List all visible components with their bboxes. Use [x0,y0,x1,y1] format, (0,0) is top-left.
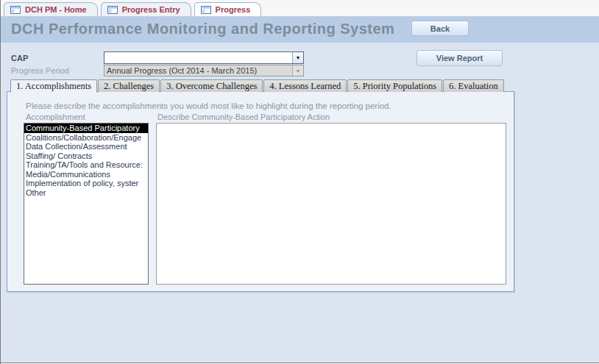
list-item[interactable]: Data Collection/Assessment [24,142,148,151]
application-window: DCH PM - Home Progress Entry Pro [0,0,599,364]
form-icon [107,6,118,14]
list-item[interactable]: Training/TA/Tools and Resource: [24,160,148,170]
view-report-button[interactable]: View Report [417,50,503,66]
form-icon [201,6,211,14]
list-item[interactable]: Community-Based Participatory [24,124,148,133]
list-item[interactable]: Other [24,188,148,198]
dropdown-arrow-icon[interactable]: ▼ [292,52,303,63]
nav-tab-label: Progress Entry [122,5,180,14]
panel-instruction: Please describe the accomplishments you … [26,101,391,110]
list-item[interactable]: Staffing/ Contracts [24,151,148,161]
nav-tab-progress-entry[interactable]: Progress Entry [101,2,191,16]
tab-priority-populations[interactable]: 5. Priority Populations [347,79,442,92]
progress-period-label: Progress Period [11,66,69,75]
nav-tab-label: Progress [216,5,251,14]
tab-challenges[interactable]: 2. Challenges [98,79,160,92]
form-icon [10,6,21,14]
section-tabstrip: 1. Accomplishments 2. Challenges 3. Over… [10,79,505,92]
list-item[interactable]: Media/Communications [24,170,148,179]
accomplishment-list-label: Accomplishment [26,113,85,121]
page-title: DCH Performance Monitoring and Reporting… [11,21,394,38]
tab-accomplishments[interactable]: 1. Accomplishments [10,79,97,93]
describe-textarea[interactable] [156,123,506,285]
document-tab-bar: DCH PM - Home Progress Entry Pro [1,0,599,16]
header-band: DCH Performance Monitoring and Reporting… [1,16,599,43]
progress-period-value: Annual Progress (Oct 2014 - March 2015) [104,65,292,76]
document-tabs: DCH PM - Home Progress Entry Pro [4,2,264,16]
nav-tab-label: DCH PM - Home [25,5,87,14]
cap-combobox[interactable]: ▼ [104,51,304,64]
progress-period-combobox: Annual Progress (Oct 2014 - March 2015) … [104,65,304,76]
accomplishment-listbox[interactable]: Community-Based Participatory Coalitions… [24,123,149,285]
list-item[interactable]: Implementation of policy, syster [24,179,148,188]
accomplishments-panel: Please describe the accomplishments you … [7,91,514,292]
describe-label: Describe Community-Based Participatory A… [157,113,330,121]
tab-evaluation[interactable]: 6. Evaluation [443,79,504,92]
cap-label: CAP [11,54,28,63]
back-button[interactable]: Back [411,21,469,36]
list-item[interactable]: Coalitions/Collaboration/Engage [24,133,148,143]
nav-tab-progress[interactable]: Progress [194,2,262,16]
tab-overcome-challenges[interactable]: 3. Overcome Challenges [160,79,263,92]
tab-lessons-learned[interactable]: 4. Lessons Learned [263,79,347,92]
dropdown-arrow-icon: ▼ [292,65,303,76]
cap-value [104,52,292,63]
nav-tab-dch-pm-home[interactable]: DCH PM - Home [4,2,98,16]
